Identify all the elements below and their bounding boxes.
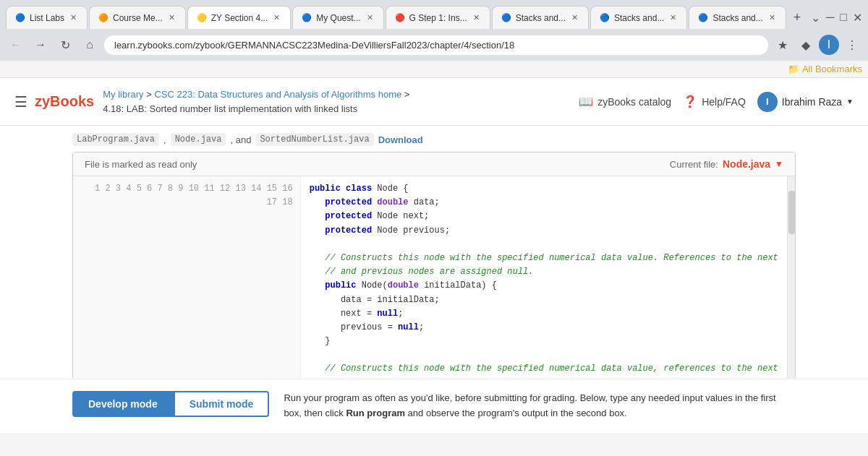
file-tabs-bar: LabProgram.java , Node.java , and Sorted…	[72, 126, 796, 152]
tab-list-labs[interactable]: 🔵 List Labs ✕	[6, 6, 88, 29]
forward-button[interactable]: →	[30, 35, 51, 55]
file-tab-labprogram[interactable]: LabProgram.java	[72, 133, 159, 146]
current-file-prefix: Current file:	[670, 159, 718, 170]
tab-stacks-2[interactable]: 🔵 Stacks and... ✕	[590, 6, 687, 29]
tab-my-quest[interactable]: 🔵 My Quest... ✕	[292, 6, 383, 29]
tab-label-3: ZY Section 4...	[211, 13, 268, 23]
address-input[interactable]	[104, 35, 768, 55]
tab-close-7[interactable]: ✕	[668, 12, 678, 24]
bookmarks-label: All Bookmarks	[802, 64, 862, 74]
current-file-selector[interactable]: Current file: Node.java ▼	[670, 158, 783, 170]
run-description-text: Run your program as often as you'd like,…	[284, 391, 796, 421]
tab-label-6: Stacks and...	[516, 13, 566, 23]
user-name: Ibrahim Raza	[782, 96, 842, 108]
tab-favicon-8: 🔵	[698, 13, 708, 23]
browser-chrome: 🔵 List Labs ✕ 🟠 Course Me... ✕ 🟡 ZY Sect…	[0, 0, 868, 78]
tab-close-1[interactable]: ✕	[69, 12, 78, 24]
tab-stacks-1[interactable]: 🔵 Stacks and... ✕	[492, 6, 589, 29]
breadcrumb-course[interactable]: CSC 223: Data Structures and Analysis of…	[154, 89, 401, 100]
tab-close-4[interactable]: ✕	[365, 12, 375, 24]
run-description-part2: and observe the program's output in the …	[405, 408, 627, 418]
bookmarks-folder[interactable]: 📁 All Bookmarks	[788, 64, 862, 74]
tab-close-8[interactable]: ✕	[767, 12, 777, 24]
file-tab-sorted[interactable]: SortedNumberList.java	[255, 133, 373, 146]
tab-favicon-6: 🔵	[501, 13, 511, 23]
code-editor-header: File is marked as read only Current file…	[73, 152, 795, 176]
header-breadcrumb: My library > CSC 223: Data Structures an…	[103, 87, 579, 116]
tab-stacks-3[interactable]: 🔵 Stacks and... ✕	[689, 6, 786, 29]
bottom-section: Develop mode Submit mode Run your progra…	[0, 379, 868, 433]
tab-course-me[interactable]: 🟠 Course Me... ✕	[89, 6, 186, 29]
minimize-icon[interactable]: ─	[826, 11, 834, 24]
tab-list-icon[interactable]: ⌄	[811, 11, 820, 25]
lab-content: LabProgram.java , Node.java , and Sorted…	[0, 126, 868, 379]
lab-subtitle: 4.18: LAB: Sorted number list implementa…	[103, 103, 357, 114]
tab-favicon-7: 🔵	[600, 13, 610, 23]
address-bar: ← → ↻ ⌂ ★ ◆ I ⋮	[0, 29, 868, 61]
tab-favicon-1: 🔵	[15, 13, 25, 23]
catalog-label: zyBooks catalog	[597, 96, 671, 108]
new-tab-button[interactable]: +	[788, 6, 807, 29]
help-circle-icon: ❓	[683, 95, 697, 108]
bookmarks-bar: 📁 All Bookmarks	[0, 61, 868, 78]
file-sep1: ,	[163, 134, 166, 145]
file-dropdown-arrow-icon[interactable]: ▼	[775, 159, 783, 169]
develop-mode-button[interactable]: Develop mode	[72, 391, 174, 417]
profile-circle-icon[interactable]: I	[819, 35, 839, 55]
tab-g-step[interactable]: 🔴 G Step 1: Ins... ✕	[386, 6, 490, 29]
tab-close-6[interactable]: ✕	[570, 12, 579, 24]
maximize-icon[interactable]: □	[840, 11, 847, 24]
header-actions: 📖 zyBooks catalog ❓ Help/FAQ I Ibrahim R…	[579, 92, 854, 112]
code-scrollbar[interactable]	[787, 176, 795, 379]
tab-controls: ⌄ ─ □ ✕	[811, 11, 862, 25]
file-tab-node[interactable]: Node.java	[171, 133, 226, 146]
folder-icon: 📁	[788, 64, 799, 74]
more-options-icon[interactable]: ⋮	[842, 35, 862, 55]
code-content[interactable]: public class Node { protected double dat…	[301, 176, 787, 379]
mode-buttons-group: Develop mode Submit mode	[72, 391, 269, 426]
code-area[interactable]: 1 2 3 4 5 6 7 8 9 10 11 12 13 14 15 16 1…	[73, 176, 795, 379]
catalog-book-icon: 📖	[579, 95, 593, 108]
home-button[interactable]: ⌂	[80, 35, 100, 55]
current-file-name[interactable]: Node.java	[723, 158, 770, 170]
tab-favicon-4: 🔵	[302, 13, 312, 23]
user-avatar: I	[757, 92, 778, 112]
download-button[interactable]: Download	[378, 134, 423, 145]
user-profile-button[interactable]: I Ibrahim Raza ▼	[757, 92, 854, 112]
tab-favicon-5: 🔴	[395, 13, 405, 23]
tab-favicon-2: 🟠	[98, 13, 109, 23]
hamburger-menu-button[interactable]: ☰	[14, 93, 27, 111]
breadcrumb-sep2: >	[404, 89, 410, 100]
user-dropdown-arrow: ▼	[846, 98, 854, 106]
page-content: ☰ zyBooks My library > CSC 223: Data Str…	[0, 78, 868, 433]
zybooks-logo: zyBooks	[35, 93, 94, 110]
bottom-content: Develop mode Submit mode Run your progra…	[72, 391, 796, 426]
catalog-button[interactable]: 📖 zyBooks catalog	[579, 95, 671, 108]
help-button[interactable]: ❓ Help/FAQ	[683, 95, 746, 108]
tab-label-7: Stacks and...	[614, 13, 664, 23]
breadcrumb-my-library[interactable]: My library	[103, 89, 143, 100]
tab-zy-section[interactable]: 🟡 ZY Section 4... ✕	[187, 6, 292, 29]
bookmark-star-icon[interactable]: ★	[773, 35, 793, 55]
toolbar-icons: ★ ◆ I ⋮	[773, 35, 862, 55]
back-button[interactable]: ←	[6, 35, 26, 55]
zybooks-header: ☰ zyBooks My library > CSC 223: Data Str…	[0, 78, 868, 126]
tab-bar: 🔵 List Labs ✕ 🟠 Course Me... ✕ 🟡 ZY Sect…	[0, 0, 868, 29]
subtitle-line: 4.18: LAB: Sorted number list implementa…	[103, 102, 579, 116]
extension-puzzle-icon[interactable]: ◆	[796, 35, 816, 55]
line-numbers: 1 2 3 4 5 6 7 8 9 10 11 12 13 14 15 16 1…	[73, 176, 301, 379]
run-program-bold: Run program	[346, 408, 405, 418]
breadcrumb-line1: My library > CSC 223: Data Structures an…	[103, 87, 579, 102]
close-window-icon[interactable]: ✕	[853, 11, 862, 25]
tab-close-2[interactable]: ✕	[167, 12, 176, 24]
tab-label-8: Stacks and...	[712, 13, 762, 23]
reload-button[interactable]: ↻	[55, 35, 75, 55]
tab-label-2: Course Me...	[113, 13, 163, 23]
file-sep2: , and	[230, 134, 251, 145]
tab-close-3[interactable]: ✕	[272, 12, 281, 24]
scrollbar-thumb[interactable]	[788, 191, 795, 234]
tab-close-5[interactable]: ✕	[472, 12, 481, 24]
submit-mode-button[interactable]: Submit mode	[174, 391, 270, 417]
breadcrumb-sep1: >	[146, 89, 154, 100]
readonly-text: File is marked as read only	[85, 159, 197, 170]
